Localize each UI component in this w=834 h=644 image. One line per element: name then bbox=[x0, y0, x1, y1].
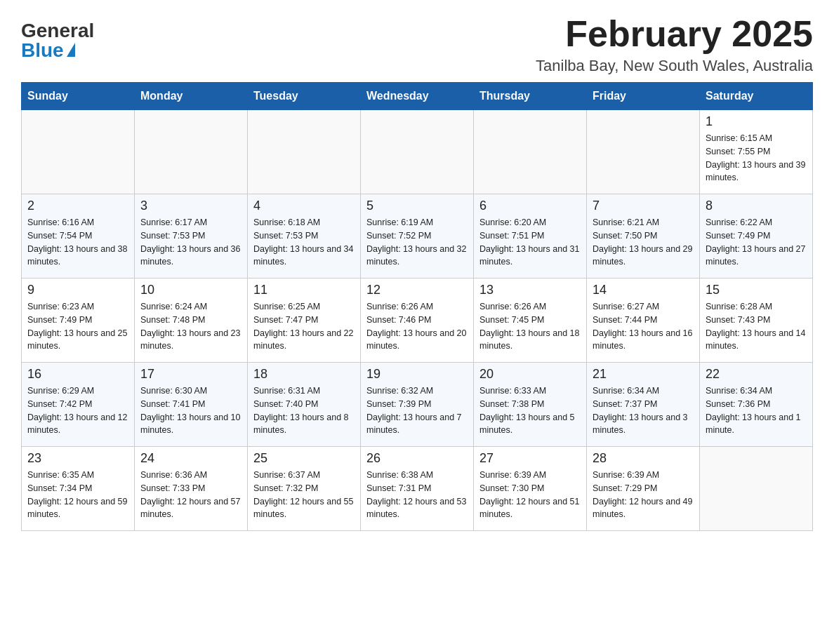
calendar-cell bbox=[135, 110, 248, 194]
day-info: Sunrise: 6:21 AMSunset: 7:50 PMDaylight:… bbox=[593, 216, 694, 269]
day-number: 7 bbox=[593, 199, 694, 213]
day-info: Sunrise: 6:35 AMSunset: 7:34 PMDaylight:… bbox=[27, 469, 128, 521]
day-info: Sunrise: 6:39 AMSunset: 7:29 PMDaylight:… bbox=[593, 469, 694, 521]
day-info: Sunrise: 6:27 AMSunset: 7:44 PMDaylight:… bbox=[593, 300, 694, 353]
day-number: 27 bbox=[479, 451, 581, 466]
calendar-cell: 13Sunrise: 6:26 AMSunset: 7:45 PMDayligh… bbox=[474, 279, 587, 363]
day-header-friday: Friday bbox=[587, 83, 700, 110]
calendar-cell: 16Sunrise: 6:29 AMSunset: 7:42 PMDayligh… bbox=[22, 363, 135, 447]
calendar-cell: 28Sunrise: 6:39 AMSunset: 7:29 PMDayligh… bbox=[587, 447, 700, 531]
day-number: 23 bbox=[27, 451, 128, 466]
page-subtitle: Tanilba Bay, New South Wales, Australia bbox=[536, 57, 813, 75]
day-number: 19 bbox=[366, 367, 468, 382]
day-number: 13 bbox=[479, 283, 581, 297]
day-number: 18 bbox=[253, 367, 355, 382]
day-number: 5 bbox=[366, 199, 468, 213]
calendar-cell: 5Sunrise: 6:19 AMSunset: 7:52 PMDaylight… bbox=[361, 194, 474, 279]
calendar-cell: 11Sunrise: 6:25 AMSunset: 7:47 PMDayligh… bbox=[248, 279, 361, 363]
day-header-saturday: Saturday bbox=[700, 83, 813, 110]
day-number: 14 bbox=[593, 283, 694, 297]
calendar-cell bbox=[700, 447, 813, 531]
day-number: 8 bbox=[706, 199, 807, 213]
calendar-cell bbox=[587, 110, 700, 194]
calendar-cell: 8Sunrise: 6:22 AMSunset: 7:49 PMDaylight… bbox=[700, 194, 813, 279]
logo: General Blue bbox=[21, 14, 94, 60]
calendar-cell bbox=[474, 110, 587, 194]
calendar-week-row: 1Sunrise: 6:15 AMSunset: 7:55 PMDaylight… bbox=[22, 110, 813, 194]
calendar-cell: 18Sunrise: 6:31 AMSunset: 7:40 PMDayligh… bbox=[248, 363, 361, 447]
calendar-table: SundayMondayTuesdayWednesdayThursdayFrid… bbox=[21, 82, 813, 531]
calendar-week-row: 9Sunrise: 6:23 AMSunset: 7:49 PMDaylight… bbox=[22, 279, 813, 363]
calendar-cell: 17Sunrise: 6:30 AMSunset: 7:41 PMDayligh… bbox=[135, 363, 248, 447]
day-number: 26 bbox=[366, 451, 468, 466]
day-info: Sunrise: 6:28 AMSunset: 7:43 PMDaylight:… bbox=[706, 300, 807, 353]
day-info: Sunrise: 6:19 AMSunset: 7:52 PMDaylight:… bbox=[366, 216, 468, 269]
calendar-cell: 14Sunrise: 6:27 AMSunset: 7:44 PMDayligh… bbox=[587, 279, 700, 363]
day-number: 9 bbox=[27, 283, 128, 297]
day-number: 1 bbox=[706, 114, 807, 129]
day-number: 16 bbox=[27, 367, 128, 382]
calendar-cell: 23Sunrise: 6:35 AMSunset: 7:34 PMDayligh… bbox=[22, 447, 135, 531]
calendar-week-row: 16Sunrise: 6:29 AMSunset: 7:42 PMDayligh… bbox=[22, 363, 813, 447]
calendar-cell: 25Sunrise: 6:37 AMSunset: 7:32 PMDayligh… bbox=[248, 447, 361, 531]
calendar-cell bbox=[248, 110, 361, 194]
calendar-cell: 2Sunrise: 6:16 AMSunset: 7:54 PMDaylight… bbox=[22, 194, 135, 279]
day-number: 25 bbox=[253, 451, 355, 466]
day-number: 12 bbox=[366, 283, 468, 297]
calendar-header-row: SundayMondayTuesdayWednesdayThursdayFrid… bbox=[22, 83, 813, 110]
calendar-cell: 1Sunrise: 6:15 AMSunset: 7:55 PMDaylight… bbox=[700, 110, 813, 194]
header: General Blue February 2025 Tanilba Bay, … bbox=[21, 14, 813, 75]
calendar-cell: 4Sunrise: 6:18 AMSunset: 7:53 PMDaylight… bbox=[248, 194, 361, 279]
day-number: 4 bbox=[253, 199, 355, 213]
day-info: Sunrise: 6:30 AMSunset: 7:41 PMDaylight:… bbox=[140, 384, 241, 437]
day-number: 6 bbox=[479, 199, 581, 213]
day-info: Sunrise: 6:32 AMSunset: 7:39 PMDaylight:… bbox=[366, 384, 468, 437]
calendar-cell: 24Sunrise: 6:36 AMSunset: 7:33 PMDayligh… bbox=[135, 447, 248, 531]
day-info: Sunrise: 6:37 AMSunset: 7:32 PMDaylight:… bbox=[253, 469, 355, 521]
calendar-cell: 9Sunrise: 6:23 AMSunset: 7:49 PMDaylight… bbox=[22, 279, 135, 363]
calendar-cell: 27Sunrise: 6:39 AMSunset: 7:30 PMDayligh… bbox=[474, 447, 587, 531]
day-number: 21 bbox=[593, 367, 694, 382]
logo-blue-text: Blue bbox=[21, 41, 75, 60]
calendar-cell bbox=[361, 110, 474, 194]
day-info: Sunrise: 6:33 AMSunset: 7:38 PMDaylight:… bbox=[479, 384, 581, 437]
day-info: Sunrise: 6:24 AMSunset: 7:48 PMDaylight:… bbox=[140, 300, 241, 353]
day-number: 28 bbox=[593, 451, 694, 466]
day-number: 20 bbox=[479, 367, 581, 382]
calendar-cell: 22Sunrise: 6:34 AMSunset: 7:36 PMDayligh… bbox=[700, 363, 813, 447]
day-header-tuesday: Tuesday bbox=[248, 83, 361, 110]
calendar-cell: 20Sunrise: 6:33 AMSunset: 7:38 PMDayligh… bbox=[474, 363, 587, 447]
day-info: Sunrise: 6:38 AMSunset: 7:31 PMDaylight:… bbox=[366, 469, 468, 521]
day-number: 22 bbox=[706, 367, 807, 382]
day-header-thursday: Thursday bbox=[474, 83, 587, 110]
day-info: Sunrise: 6:15 AMSunset: 7:55 PMDaylight:… bbox=[706, 132, 807, 185]
calendar-cell bbox=[22, 110, 135, 194]
day-info: Sunrise: 6:22 AMSunset: 7:49 PMDaylight:… bbox=[706, 216, 807, 269]
day-number: 10 bbox=[140, 283, 241, 297]
day-info: Sunrise: 6:20 AMSunset: 7:51 PMDaylight:… bbox=[479, 216, 581, 269]
logo-triangle-icon bbox=[67, 43, 75, 57]
calendar-cell: 12Sunrise: 6:26 AMSunset: 7:46 PMDayligh… bbox=[361, 279, 474, 363]
calendar-cell: 6Sunrise: 6:20 AMSunset: 7:51 PMDaylight… bbox=[474, 194, 587, 279]
day-header-sunday: Sunday bbox=[22, 83, 135, 110]
day-info: Sunrise: 6:39 AMSunset: 7:30 PMDaylight:… bbox=[479, 469, 581, 521]
day-number: 3 bbox=[140, 199, 241, 213]
day-info: Sunrise: 6:26 AMSunset: 7:46 PMDaylight:… bbox=[366, 300, 468, 353]
day-info: Sunrise: 6:17 AMSunset: 7:53 PMDaylight:… bbox=[140, 216, 241, 269]
page-title: February 2025 bbox=[536, 14, 813, 54]
day-info: Sunrise: 6:16 AMSunset: 7:54 PMDaylight:… bbox=[27, 216, 128, 269]
day-info: Sunrise: 6:23 AMSunset: 7:49 PMDaylight:… bbox=[27, 300, 128, 353]
day-info: Sunrise: 6:18 AMSunset: 7:53 PMDaylight:… bbox=[253, 216, 355, 269]
day-info: Sunrise: 6:36 AMSunset: 7:33 PMDaylight:… bbox=[140, 469, 241, 521]
day-number: 11 bbox=[253, 283, 355, 297]
title-area: February 2025 Tanilba Bay, New South Wal… bbox=[536, 14, 813, 75]
calendar-cell: 10Sunrise: 6:24 AMSunset: 7:48 PMDayligh… bbox=[135, 279, 248, 363]
day-info: Sunrise: 6:31 AMSunset: 7:40 PMDaylight:… bbox=[253, 384, 355, 437]
calendar-cell: 19Sunrise: 6:32 AMSunset: 7:39 PMDayligh… bbox=[361, 363, 474, 447]
calendar-cell: 26Sunrise: 6:38 AMSunset: 7:31 PMDayligh… bbox=[361, 447, 474, 531]
calendar-week-row: 2Sunrise: 6:16 AMSunset: 7:54 PMDaylight… bbox=[22, 194, 813, 279]
day-info: Sunrise: 6:34 AMSunset: 7:36 PMDaylight:… bbox=[706, 384, 807, 437]
day-number: 17 bbox=[140, 367, 241, 382]
day-info: Sunrise: 6:29 AMSunset: 7:42 PMDaylight:… bbox=[27, 384, 128, 437]
calendar-cell: 21Sunrise: 6:34 AMSunset: 7:37 PMDayligh… bbox=[587, 363, 700, 447]
